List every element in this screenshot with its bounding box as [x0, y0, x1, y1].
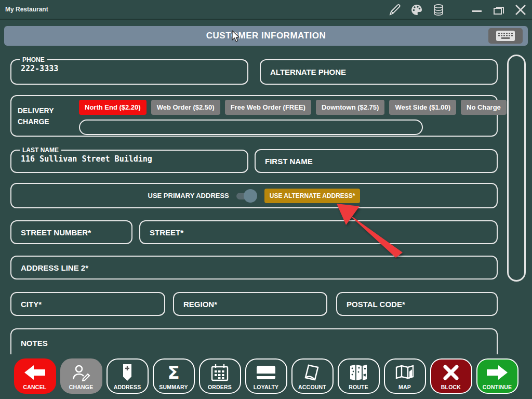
page-title: CUSTOMER INFORMATION — [206, 31, 326, 41]
phone-value: 222-3333 — [21, 64, 247, 73]
postal-code-field[interactable]: POSTAL CODE* — [336, 292, 498, 316]
street-number-field[interactable]: STREET NUMBER* — [10, 220, 132, 244]
region-field[interactable]: REGION* — [173, 292, 327, 316]
database-icon[interactable] — [431, 3, 446, 17]
continue-button[interactable]: CONTINUE — [476, 358, 518, 394]
postal-code-placeholder: POSTAL CODE* — [347, 300, 405, 309]
notes-placeholder: NOTES — [21, 339, 48, 348]
route-button[interactable]: ROUTE — [338, 358, 380, 394]
change-button[interactable]: CHANGE — [60, 358, 102, 394]
page-header: CUSTOMER INFORMATION — [4, 26, 528, 46]
window-titlebar: My Restaurant — [0, 0, 532, 20]
bottom-toolbar: CANCEL CHANGE ADDRESS Σ SUMMARY ORDERS L… — [0, 354, 532, 399]
address-pin-plus-icon — [121, 363, 134, 382]
last-name-value: 116 Sullivan Street Building — [21, 154, 247, 164]
x-mark-icon — [442, 363, 460, 382]
person-edit-icon — [71, 363, 91, 382]
use-alternate-address-button[interactable]: USE ALTERNATE ADDRESS* — [264, 189, 361, 203]
folded-map-icon — [395, 363, 415, 382]
address-button[interactable]: ADDRESS — [107, 358, 149, 394]
delivery-charge-section: DELIVERY CHARGE North End ($2.20) Web Or… — [10, 95, 498, 137]
arrow-left-icon — [23, 363, 46, 382]
delivery-option-west-side[interactable]: West Side ($1.00) — [389, 100, 456, 115]
delivery-option-free-web-order[interactable]: Free Web Order (FREE) — [225, 100, 311, 115]
use-primary-address-label: USE PRIMARY ADDRESS — [148, 192, 229, 200]
account-book-icon — [303, 363, 321, 382]
edit-pencil-icon[interactable] — [388, 3, 402, 17]
keyboard-icon — [495, 30, 516, 42]
delivery-option-downtown[interactable]: Downtown ($2.75) — [316, 100, 385, 115]
window-title: My Restaurant — [5, 6, 48, 13]
street-placeholder: STREET* — [150, 228, 183, 237]
palette-icon[interactable] — [409, 3, 424, 17]
cancel-button[interactable]: CANCEL — [14, 358, 56, 394]
toggle-knob — [244, 189, 257, 203]
alternate-phone-field[interactable]: ALTERNATE PHONE — [260, 59, 498, 85]
region-placeholder: REGION* — [183, 300, 217, 309]
arrow-right-icon — [486, 363, 509, 382]
route-map-icon — [349, 363, 368, 382]
delivery-charge-custom-input[interactable] — [79, 119, 423, 135]
mouse-cursor — [230, 30, 242, 44]
first-name-placeholder: FIRST NAME — [265, 157, 313, 166]
sigma-icon: Σ — [167, 363, 179, 382]
last-name-label: LAST NAME — [20, 147, 61, 154]
account-button[interactable]: ACCOUNT — [291, 358, 334, 394]
first-name-field[interactable]: FIRST NAME — [255, 149, 498, 173]
alternate-phone-placeholder: ALTERNATE PHONE — [270, 68, 346, 76]
summary-button[interactable]: Σ SUMMARY — [153, 358, 195, 394]
loyalty-button[interactable]: LOYALTY — [245, 358, 287, 394]
street-field[interactable]: STREET* — [139, 220, 498, 244]
address-mode-toggle[interactable] — [236, 189, 257, 203]
restore-icon[interactable] — [491, 3, 506, 17]
address-line2-field[interactable]: ADDRESS LINE 2* — [10, 256, 498, 280]
delivery-option-no-charge[interactable]: No Charge — [461, 100, 507, 115]
calendar-icon — [210, 363, 229, 382]
address-mode-section: USE PRIMARY ADDRESS USE ALTERNATE ADDRES… — [10, 183, 498, 208]
street-number-placeholder: STREET NUMBER* — [21, 228, 91, 237]
address-line2-placeholder: ADDRESS LINE 2* — [21, 263, 88, 272]
delivery-charge-options: North End ($2.20) Web Order ($2.50) Free… — [79, 100, 507, 115]
last-name-field[interactable]: LAST NAME 116 Sullivan Street Building — [10, 147, 248, 173]
block-button[interactable]: BLOCK — [430, 358, 472, 394]
minimize-icon[interactable] — [470, 3, 484, 17]
orders-button[interactable]: ORDERS — [199, 358, 241, 394]
close-icon[interactable] — [513, 3, 528, 17]
city-placeholder: CITY* — [21, 300, 42, 309]
phone-label: PHONE — [20, 56, 47, 63]
scrollbar[interactable] — [507, 55, 526, 282]
delivery-charge-label: DELIVERY CHARGE — [18, 105, 54, 127]
delivery-option-north-end[interactable]: North End ($2.20) — [79, 100, 147, 115]
phone-field[interactable]: PHONE 222-3333 — [10, 56, 248, 85]
delivery-option-web-order[interactable]: Web Order ($2.50) — [151, 100, 220, 115]
city-field[interactable]: CITY* — [10, 292, 165, 316]
keyboard-button[interactable] — [488, 28, 523, 44]
map-button[interactable]: MAP — [384, 358, 426, 394]
loyalty-card-icon — [256, 363, 276, 382]
